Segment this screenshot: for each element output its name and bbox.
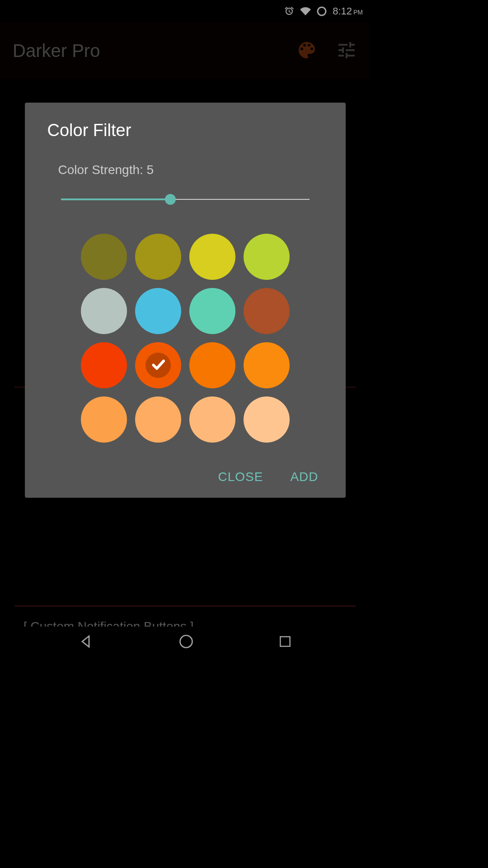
color-swatch[interactable] [135,396,181,443]
color-swatch[interactable] [189,288,235,334]
color-swatch[interactable] [244,288,290,334]
check-icon [150,356,166,374]
dialog-actions: CLOSE ADD [47,470,323,484]
color-swatch[interactable] [244,234,290,280]
color-grid [47,234,323,443]
color-swatch[interactable] [135,288,181,334]
slider-thumb[interactable] [165,194,176,205]
close-button[interactable]: CLOSE [218,470,263,484]
slider-fill [61,198,170,200]
color-swatch[interactable] [189,342,235,388]
color-swatch[interactable] [135,234,181,280]
color-swatch[interactable] [244,342,290,388]
color-strength-label: Color Strength: 5 [58,163,323,177]
dialog-title: Color Filter [47,121,323,140]
color-swatch[interactable] [81,342,127,388]
color-filter-dialog: Color Filter Color Strength: 5 CLOSE ADD [25,103,346,498]
color-swatch[interactable] [135,342,181,388]
color-swatch[interactable] [81,234,127,280]
dialog-overlay[interactable]: Color Filter Color Strength: 5 CLOSE ADD [0,0,370,658]
color-swatch[interactable] [81,396,127,443]
color-swatch[interactable] [189,234,235,280]
color-swatch[interactable] [81,288,127,334]
color-swatch[interactable] [189,396,235,443]
add-button[interactable]: ADD [290,470,318,484]
color-swatch[interactable] [244,396,290,443]
color-strength-slider[interactable] [61,193,310,207]
